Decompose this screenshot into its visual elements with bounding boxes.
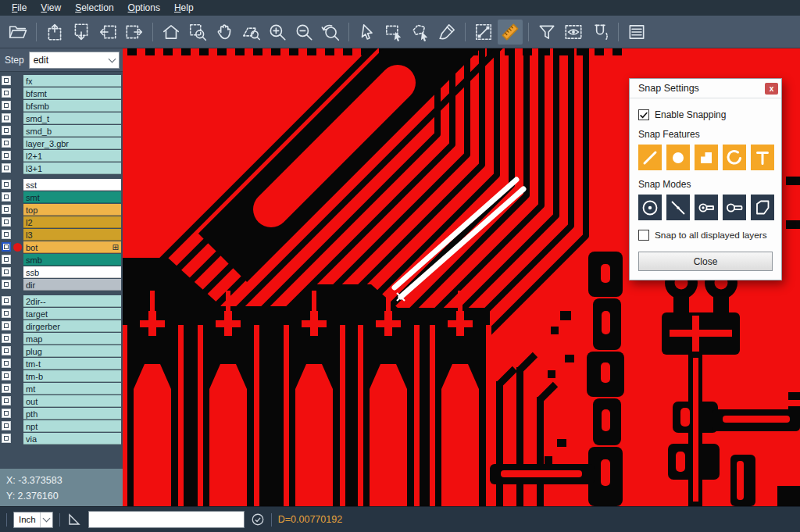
layer-row-fx[interactable]: fx: [0, 74, 123, 87]
layer-name[interactable]: fx: [23, 75, 121, 87]
zoom-previous-icon[interactable]: [318, 20, 343, 45]
layer-row-npt[interactable]: npt: [0, 420, 123, 432]
layer-visibility-checkbox[interactable]: [2, 192, 11, 202]
layer-row-2dir--[interactable]: 2dir--: [0, 295, 123, 307]
layer-visibility-checkbox[interactable]: [2, 163, 11, 173]
layer-visibility-checkbox[interactable]: [2, 217, 11, 227]
layer-name[interactable]: bfsmt: [23, 87, 121, 99]
layer-row-smd_t[interactable]: smd_t: [0, 112, 123, 124]
pcb-canvas[interactable]: Snap Settings x Enable Snapping Snap Fea…: [123, 48, 800, 506]
layer-row-l2+1[interactable]: l2+1: [0, 149, 123, 162]
snap-feature-arc-icon[interactable]: [723, 145, 746, 170]
layer-visibility-checkbox[interactable]: [2, 321, 11, 330]
layer-row-l3[interactable]: l3: [0, 228, 123, 241]
grid-icon[interactable]: ⊞: [112, 244, 119, 252]
layer-name[interactable]: smt: [23, 191, 121, 203]
layer-row-sst[interactable]: sst: [0, 178, 123, 191]
command-input[interactable]: [88, 511, 245, 528]
dialog-close-button[interactable]: Close: [638, 252, 773, 271]
layer-name[interactable]: l3+1: [23, 162, 121, 174]
layer-name[interactable]: tm-b: [23, 370, 121, 382]
layers-panel-icon[interactable]: [624, 20, 649, 45]
layer-row-out[interactable]: out: [0, 395, 123, 407]
magnet-icon[interactable]: [588, 20, 612, 45]
layer-row-dir[interactable]: dir: [0, 278, 123, 291]
layer-name[interactable]: pth: [23, 408, 121, 420]
close-icon[interactable]: x: [765, 83, 778, 95]
snap-mode-polygon-icon[interactable]: [751, 195, 774, 220]
layer-visibility-checkbox[interactable]: [2, 242, 11, 252]
ruler-icon[interactable]: [498, 20, 523, 45]
layer-row-tm-b[interactable]: tm-b: [0, 370, 123, 382]
layer-row-map[interactable]: map: [0, 332, 123, 345]
layer-row-ssb[interactable]: ssb: [0, 266, 123, 278]
layer-name[interactable]: l3: [23, 229, 121, 241]
layer-row-smd_b[interactable]: smd_b: [0, 124, 123, 137]
snap-feature-pad-corner-icon[interactable]: [695, 145, 718, 170]
layer-visibility-checkbox[interactable]: [2, 230, 11, 239]
layer-row-bfsmb[interactable]: bfsmb: [0, 99, 123, 112]
layer-visibility-checkbox[interactable]: [2, 255, 11, 264]
pan-right-icon[interactable]: [122, 20, 147, 45]
confirm-circle-check-icon[interactable]: [251, 512, 265, 527]
layer-row-layer_3.gbr[interactable]: layer_3.gbr: [0, 137, 123, 149]
layer-row-dirgerber[interactable]: dirgerber: [0, 320, 123, 332]
layer-visibility-checkbox[interactable]: [2, 359, 11, 368]
layer-row-tm-t[interactable]: tm-t: [0, 357, 123, 370]
layer-name[interactable]: ssb: [23, 266, 121, 278]
layer-visibility-checkbox[interactable]: [2, 309, 11, 318]
layer-visibility-checkbox[interactable]: [2, 267, 11, 277]
layer-name[interactable]: l2: [23, 216, 121, 228]
layer-row-pth[interactable]: pth: [0, 407, 123, 420]
layer-name[interactable]: smd_b: [23, 125, 121, 137]
layer-name[interactable]: npt: [23, 420, 121, 432]
layer-visibility-checkbox[interactable]: [2, 396, 11, 405]
layer-visibility-checkbox[interactable]: [2, 88, 11, 98]
layer-name[interactable]: tm-t: [23, 358, 121, 370]
layer-row-bfsmt[interactable]: bfsmt: [0, 87, 123, 99]
layer-name[interactable]: map: [23, 333, 121, 345]
snap-mode-center-icon[interactable]: [638, 195, 662, 220]
layer-name[interactable]: bot⊞: [23, 241, 121, 253]
layer-name[interactable]: out: [23, 395, 121, 407]
enable-snapping-row[interactable]: Enable Snapping: [638, 109, 773, 120]
zoom-in-icon[interactable]: [265, 20, 290, 45]
zoom-area-icon[interactable]: [238, 20, 263, 45]
pan-left-icon[interactable]: [95, 20, 120, 45]
dialog-title-bar[interactable]: Snap Settings x: [630, 79, 781, 98]
show-layer-eye-icon[interactable]: [561, 20, 586, 45]
layer-name[interactable]: l2+1: [23, 150, 121, 162]
layer-row-smt[interactable]: smt: [0, 191, 123, 203]
layer-row-l2[interactable]: l2: [0, 216, 123, 228]
brush-icon[interactable]: [434, 20, 459, 45]
layer-visibility-checkbox[interactable]: [2, 280, 11, 289]
layer-name[interactable]: bfsmb: [23, 100, 121, 112]
layer-visibility-checkbox[interactable]: [2, 371, 11, 380]
layer-name[interactable]: sst: [23, 179, 121, 191]
layer-visibility-checkbox[interactable]: [2, 346, 11, 355]
snap-mode-line-point-icon[interactable]: [666, 195, 690, 220]
pan-hand-icon[interactable]: [212, 20, 237, 45]
menu-options[interactable]: Options: [121, 1, 167, 15]
layer-visibility-checkbox[interactable]: [2, 151, 11, 160]
layer-visibility-checkbox[interactable]: [2, 138, 11, 148]
pan-up-icon[interactable]: [42, 20, 67, 45]
layer-name[interactable]: dir: [23, 279, 121, 291]
layer-visibility-checkbox[interactable]: [2, 113, 11, 123]
layer-row-via[interactable]: via: [0, 432, 123, 445]
layer-visibility-checkbox[interactable]: [2, 180, 11, 189]
menu-file[interactable]: File: [5, 1, 34, 15]
menu-view[interactable]: View: [34, 1, 68, 15]
layer-row-l3+1[interactable]: l3+1: [0, 162, 123, 174]
layer-visibility-checkbox[interactable]: [2, 334, 11, 343]
layer-row-plug[interactable]: plug: [0, 345, 123, 357]
layer-row-top[interactable]: top: [0, 203, 123, 216]
layer-visibility-checkbox[interactable]: [2, 384, 11, 393]
select-rect-icon[interactable]: [381, 20, 406, 45]
layer-name[interactable]: smd_t: [23, 112, 121, 124]
snap-feature-line-icon[interactable]: [638, 145, 662, 170]
layer-visibility-checkbox[interactable]: [2, 126, 11, 135]
layer-name[interactable]: plug: [23, 345, 121, 357]
snap-mode-slot-key-icon[interactable]: [695, 195, 718, 220]
step-select[interactable]: edit: [29, 52, 120, 69]
